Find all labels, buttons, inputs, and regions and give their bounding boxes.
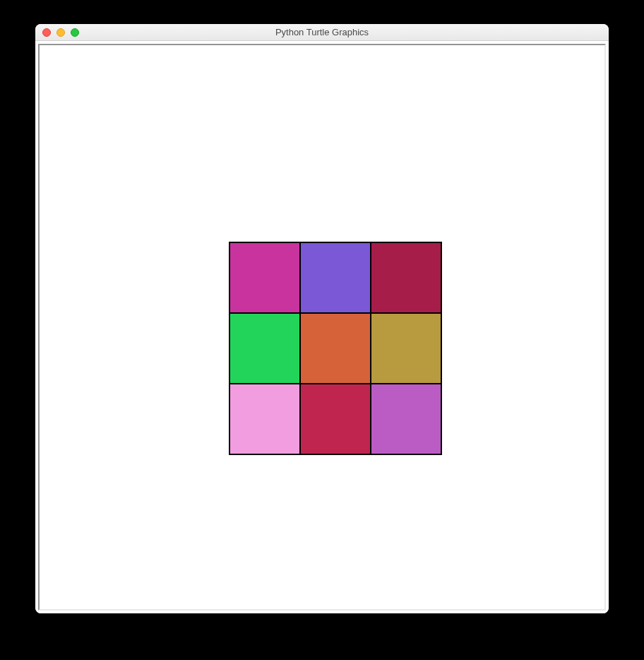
grid-cell xyxy=(299,312,371,384)
grid-cell xyxy=(229,242,301,314)
close-icon[interactable] xyxy=(42,28,51,37)
traffic-lights xyxy=(35,28,79,37)
grid-cell xyxy=(299,383,371,455)
grid-cell xyxy=(370,242,442,314)
canvas-wrapper xyxy=(35,41,609,613)
color-grid xyxy=(229,242,441,454)
grid-cell xyxy=(229,383,301,455)
grid-cell xyxy=(229,312,301,384)
minimize-icon[interactable] xyxy=(56,28,65,37)
app-window: Python Turtle Graphics xyxy=(35,24,609,613)
grid-cell xyxy=(370,312,442,384)
grid-cell xyxy=(299,242,371,314)
titlebar[interactable]: Python Turtle Graphics xyxy=(35,24,609,41)
turtle-canvas xyxy=(38,44,606,611)
grid-cell xyxy=(370,383,442,455)
window-title: Python Turtle Graphics xyxy=(35,27,609,37)
zoom-icon[interactable] xyxy=(71,28,79,37)
